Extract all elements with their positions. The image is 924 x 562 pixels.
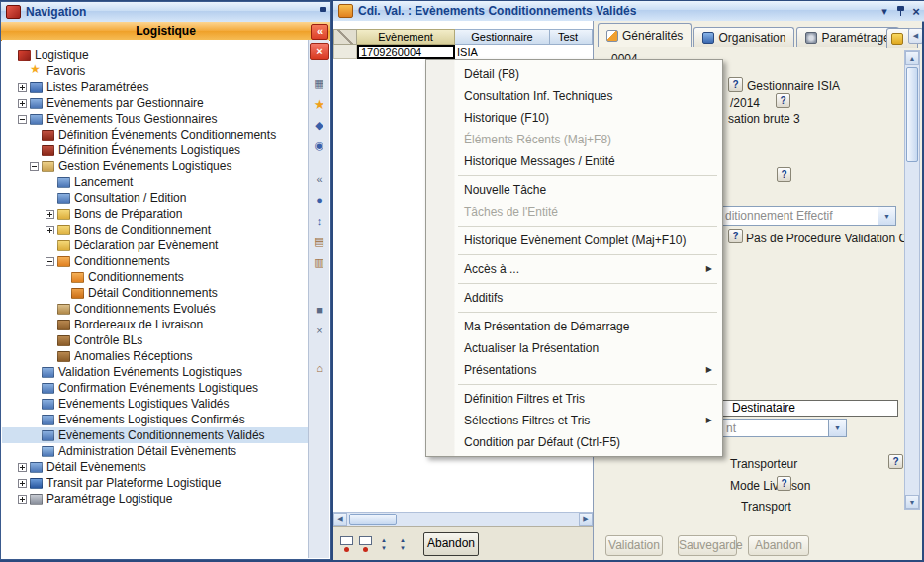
tree-item[interactable]: Confirmation Evénements Logistiques bbox=[2, 380, 310, 396]
menu-item[interactable]: Tâches de l'Entité bbox=[427, 201, 721, 223]
scroll-up-record-button[interactable]: ▲ ▼ bbox=[376, 532, 392, 556]
validation-button[interactable]: Validation bbox=[605, 535, 663, 556]
scroll-left-icon[interactable]: ◀ bbox=[333, 513, 347, 526]
horizontal-scrollbar[interactable]: ◀ ▶ bbox=[333, 512, 593, 526]
collapse-tree-button[interactable]: « bbox=[311, 24, 328, 40]
column-header-evenement[interactable]: Evènement bbox=[357, 29, 455, 45]
tree-item[interactable]: Conditionnements bbox=[2, 269, 310, 285]
menu-item[interactable]: Historique Messages / Entité bbox=[427, 150, 721, 172]
chevron-down-icon[interactable] bbox=[878, 207, 895, 225]
tree-item[interactable]: Conditionnements bbox=[2, 253, 310, 269]
menu-item[interactable]: Historique Evènement Complet (Maj+F10) bbox=[427, 230, 721, 251]
tree-expander-icon[interactable] bbox=[30, 431, 39, 440]
tree-expander-icon[interactable] bbox=[30, 384, 39, 393]
menu-item[interactable]: Éléments Récents (Maj+F8) bbox=[427, 129, 721, 150]
tree-item[interactable]: Evènements par Gestionnaire bbox=[2, 95, 310, 111]
scroll-up-icon[interactable]: ▲ bbox=[905, 51, 919, 65]
sort-icon[interactable]: ↕ bbox=[310, 212, 329, 230]
tree-expander-icon[interactable] bbox=[30, 131, 39, 140]
tree-expander-icon[interactable] bbox=[46, 210, 54, 219]
tree-item[interactable]: Bons de Conditionnement bbox=[2, 222, 310, 237]
tab-organisation[interactable]: Organisation bbox=[693, 27, 794, 47]
tree-item[interactable]: Déclaration par Evènement bbox=[2, 237, 310, 253]
tab-scroll-left-button[interactable]: ◀ bbox=[908, 28, 922, 44]
tree-item[interactable]: Logistique bbox=[2, 47, 310, 63]
close-window-button[interactable]: × bbox=[908, 4, 924, 19]
tree-item[interactable]: Bons de Préparation bbox=[2, 206, 310, 222]
cell-gestionnaire[interactable]: ISIA bbox=[455, 45, 550, 59]
tree-expander-icon[interactable] bbox=[46, 241, 54, 250]
tree-expander-icon[interactable] bbox=[18, 463, 27, 472]
tree-item[interactable]: Paramétrage Logistique bbox=[2, 491, 310, 507]
menu-item[interactable]: Actualiser la Présentation bbox=[427, 337, 721, 359]
tree-expander-icon[interactable] bbox=[46, 257, 54, 266]
help-button[interactable]: ? bbox=[777, 167, 791, 182]
tree-expander-icon[interactable] bbox=[30, 447, 39, 456]
tree-item[interactable]: Lancement bbox=[2, 174, 310, 190]
tree-expander-icon[interactable] bbox=[30, 162, 39, 171]
menu-item[interactable]: Définition Filtres et Tris bbox=[427, 388, 721, 410]
tree-expander-icon[interactable] bbox=[30, 400, 39, 409]
tree-item[interactable]: Définition Événements Conditionnements bbox=[2, 127, 310, 142]
tree-expander-icon[interactable] bbox=[46, 305, 54, 314]
tree-item[interactable]: Consultation / Edition bbox=[2, 190, 310, 206]
scroll-right-icon[interactable]: ▶ bbox=[579, 513, 593, 526]
close-icon[interactable]: × bbox=[310, 43, 329, 60]
scrollbar-thumb[interactable] bbox=[349, 514, 397, 525]
tree-expander-icon[interactable] bbox=[30, 146, 39, 155]
tree-item[interactable]: Favoris bbox=[2, 63, 310, 79]
tree-item[interactable]: Conditionnements Evolués bbox=[2, 301, 310, 317]
tree-expander-icon[interactable] bbox=[30, 368, 39, 377]
menu-item[interactable]: Historique (F10) bbox=[427, 107, 721, 129]
tree-item[interactable]: Evénements Logistiques Validés bbox=[2, 396, 310, 412]
tree-expander-icon[interactable] bbox=[46, 178, 54, 187]
collapse-panel-icon[interactable]: « bbox=[310, 170, 329, 188]
tree-expander-icon[interactable] bbox=[59, 273, 68, 282]
tree-item[interactable]: Contrôle BLs bbox=[2, 332, 310, 348]
tree-expander-icon[interactable] bbox=[18, 67, 27, 76]
pin-button[interactable] bbox=[315, 5, 330, 20]
menu-item[interactable]: Condition par Défaut (Ctrl-F5) bbox=[427, 431, 721, 453]
scroll-down-record-button[interactable]: ▲ ▼ bbox=[395, 532, 411, 556]
tree-expander-icon[interactable] bbox=[46, 194, 54, 203]
pin-button[interactable] bbox=[892, 4, 908, 19]
user-icon[interactable]: ● bbox=[310, 191, 329, 209]
tree-item[interactable]: Evènements Conditionnements Validés bbox=[2, 427, 310, 443]
tree-expander-icon[interactable] bbox=[30, 416, 39, 424]
tree-expander-icon[interactable] bbox=[46, 321, 54, 329]
tree-item[interactable]: Détail Evènements bbox=[2, 459, 310, 475]
menu-item[interactable]: Ma Présentation de Démarrage bbox=[427, 316, 721, 337]
clear-icon[interactable]: × bbox=[310, 322, 329, 339]
tree-item[interactable]: Evénements Logistiques Confirmés bbox=[2, 412, 310, 427]
archive-icon[interactable]: ▤ bbox=[310, 233, 329, 250]
tree-expander-icon[interactable] bbox=[46, 352, 54, 361]
help-button[interactable]: ? bbox=[888, 454, 903, 469]
tree-item[interactable]: Validation Evénements Logistiques bbox=[2, 364, 310, 380]
row-selector-cell[interactable] bbox=[333, 45, 357, 59]
cell-evenement[interactable]: 1709260004 bbox=[357, 45, 455, 59]
tree-item[interactable]: Détail Conditionnements bbox=[2, 285, 310, 301]
tree-item[interactable]: Définition Événements Logistiques bbox=[2, 142, 310, 158]
grid-corner-cell[interactable] bbox=[333, 29, 357, 45]
table-row[interactable]: 1709260004 ISIA bbox=[333, 45, 593, 59]
tree-expander-icon[interactable] bbox=[18, 99, 27, 108]
help-button[interactable]: ? bbox=[728, 229, 743, 243]
menu-item[interactable]: Nouvelle Tâche bbox=[427, 179, 721, 201]
tree-expander-icon[interactable] bbox=[18, 479, 27, 488]
scroll-down-icon[interactable]: ▼ bbox=[905, 495, 919, 509]
window-menu-button[interactable]: ▾ bbox=[877, 4, 892, 19]
tree-expander-icon[interactable] bbox=[6, 51, 15, 60]
tab-generalites[interactable]: Généralités bbox=[598, 23, 692, 47]
record-view-alt-button[interactable] bbox=[357, 532, 373, 556]
library-icon[interactable]: ▥ bbox=[310, 253, 329, 271]
tree-item[interactable]: Administration Détail Evènements bbox=[2, 443, 310, 459]
menu-item[interactable]: Détail (F8) bbox=[427, 63, 721, 85]
record-view-button[interactable] bbox=[338, 532, 354, 556]
lock-icon[interactable]: ■ bbox=[310, 301, 329, 319]
menu-item[interactable]: Accès à ... bbox=[427, 258, 721, 280]
menu-item[interactable]: Consultation Inf. Techniques bbox=[427, 85, 721, 107]
column-header-gestionnaire[interactable]: Gestionnaire bbox=[455, 29, 550, 45]
tree-expander-icon[interactable] bbox=[18, 83, 27, 92]
search-icon[interactable]: ◉ bbox=[310, 137, 329, 154]
tab-parametrage[interactable]: Paramétrage bbox=[796, 27, 898, 47]
